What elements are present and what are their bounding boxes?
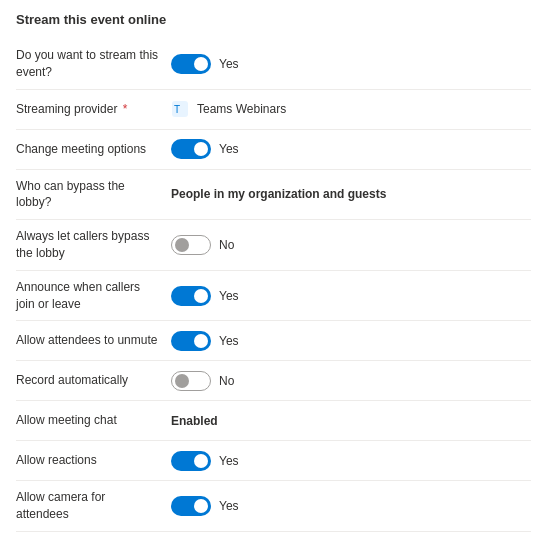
row-meeting-chat: Allow meeting chat Enabled (16, 401, 531, 441)
row-streaming-provider: Streaming provider * T Teams Webinars (16, 90, 531, 130)
label-stream-event: Do you want to stream this event? (16, 47, 171, 81)
toggle-always-callers-bypass-label: No (219, 238, 234, 252)
value-allow-reactions: Yes (171, 451, 531, 471)
toggle-announce-callers-label: Yes (219, 289, 239, 303)
value-bypass-lobby: People in my organization and guests (171, 187, 531, 201)
value-always-callers-bypass: No (171, 235, 531, 255)
label-bypass-lobby: Who can bypass the lobby? (16, 178, 171, 212)
row-stream-event: Do you want to stream this event? Yes (16, 39, 531, 90)
row-teams-url: 🔒 Teams URL (16, 532, 531, 542)
value-allow-camera: Yes (171, 496, 531, 516)
toggle-allow-reactions[interactable] (171, 451, 211, 471)
toggle-allow-camera-label: Yes (219, 499, 239, 513)
row-allow-reactions: Allow reactions Yes (16, 441, 531, 481)
value-change-meeting-options: Yes (171, 139, 531, 159)
value-announce-callers: Yes (171, 286, 531, 306)
toggle-change-meeting-options[interactable] (171, 139, 211, 159)
row-change-meeting-options: Change meeting options Yes (16, 130, 531, 170)
value-record-automatically: No (171, 371, 531, 391)
toggle-allow-reactions-label: Yes (219, 454, 239, 468)
row-record-automatically: Record automatically No (16, 361, 531, 401)
toggle-allow-camera[interactable] (171, 496, 211, 516)
row-announce-callers: Announce when callers join or leave Yes (16, 271, 531, 322)
teams-webinar-icon: T (171, 100, 189, 118)
toggle-change-meeting-options-label: Yes (219, 142, 239, 156)
row-allow-camera: Allow camera for attendees Yes (16, 481, 531, 532)
toggle-announce-callers[interactable] (171, 286, 211, 306)
label-always-callers-bypass: Always let callers bypass the lobby (16, 228, 171, 262)
row-bypass-lobby: Who can bypass the lobby? People in my o… (16, 170, 531, 221)
toggle-stream-event[interactable] (171, 54, 211, 74)
value-allow-unmute: Yes (171, 331, 531, 351)
toggle-record-automatically[interactable] (171, 371, 211, 391)
required-star: * (123, 102, 128, 116)
toggle-stream-event-label: Yes (219, 57, 239, 71)
toggle-record-automatically-label: No (219, 374, 234, 388)
toggle-allow-unmute[interactable] (171, 331, 211, 351)
streaming-provider-name: Teams Webinars (197, 102, 286, 116)
label-allow-reactions: Allow reactions (16, 452, 171, 469)
label-allow-unmute: Allow attendees to unmute (16, 332, 171, 349)
label-change-meeting-options: Change meeting options (16, 141, 171, 158)
label-streaming-provider: Streaming provider * (16, 101, 171, 118)
label-announce-callers: Announce when callers join or leave (16, 279, 171, 313)
label-meeting-chat: Allow meeting chat (16, 412, 171, 429)
toggle-always-callers-bypass[interactable] (171, 235, 211, 255)
value-stream-event: Yes (171, 54, 531, 74)
main-container: Stream this event online Do you want to … (0, 0, 547, 542)
row-always-callers-bypass: Always let callers bypass the lobby No (16, 220, 531, 271)
label-record-automatically: Record automatically (16, 372, 171, 389)
label-allow-camera: Allow camera for attendees (16, 489, 171, 523)
row-allow-unmute: Allow attendees to unmute Yes (16, 321, 531, 361)
page-title: Stream this event online (16, 12, 531, 27)
value-streaming-provider: T Teams Webinars (171, 100, 531, 118)
value-meeting-chat: Enabled (171, 414, 531, 428)
svg-text:T: T (174, 104, 180, 115)
toggle-allow-unmute-label: Yes (219, 334, 239, 348)
